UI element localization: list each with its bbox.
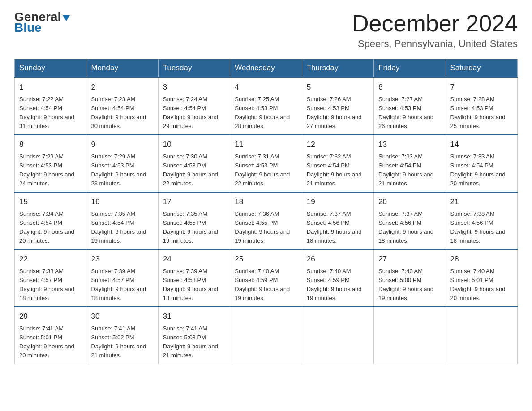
day-number: 1 [19,81,82,93]
day-number: 26 [307,253,369,265]
week-row-2: 8Sunrise: 7:29 AMSunset: 4:53 PMDaylight… [15,135,518,192]
week-row-5: 29Sunrise: 7:41 AMSunset: 5:01 PMDayligh… [15,307,518,364]
calendar-cell: 6Sunrise: 7:27 AMSunset: 4:53 PMDaylight… [374,77,446,135]
calendar-cell: 29Sunrise: 7:41 AMSunset: 5:01 PMDayligh… [15,307,86,364]
calendar-cell: 4Sunrise: 7:25 AMSunset: 4:53 PMDaylight… [230,77,302,135]
month-title: December 2024 [352,11,518,36]
day-number: 15 [19,196,82,208]
day-number: 4 [235,81,297,93]
header-row: Sunday Monday Tuesday Wednesday Thursday… [15,59,518,78]
day-info: Sunrise: 7:22 AMSunset: 4:54 PMDaylight:… [19,95,82,131]
day-number: 12 [307,139,369,150]
day-info: Sunrise: 7:37 AMSunset: 4:56 PMDaylight:… [307,210,369,246]
day-info: Sunrise: 7:41 AMSunset: 5:03 PMDaylight:… [163,324,225,360]
calendar-cell: 13Sunrise: 7:33 AMSunset: 4:54 PMDayligh… [374,135,446,192]
day-number: 5 [307,81,369,93]
day-info: Sunrise: 7:35 AMSunset: 4:55 PMDaylight:… [163,210,225,246]
week-row-1: 1Sunrise: 7:22 AMSunset: 4:54 PMDaylight… [15,77,518,135]
calendar-cell: 7Sunrise: 7:28 AMSunset: 4:53 PMDaylight… [446,77,517,135]
calendar-cell: 19Sunrise: 7:37 AMSunset: 4:56 PMDayligh… [302,192,373,249]
title-section: December 2024 Speers, Pennsylvania, Unit… [352,11,518,50]
day-number: 13 [378,139,441,150]
calendar-cell: 20Sunrise: 7:37 AMSunset: 4:56 PMDayligh… [374,192,446,249]
day-number: 14 [450,139,513,150]
logo-blue-text: Blue [14,21,42,34]
calendar-cell [230,307,302,364]
calendar-cell: 17Sunrise: 7:35 AMSunset: 4:55 PMDayligh… [158,192,230,249]
week-row-3: 15Sunrise: 7:34 AMSunset: 4:54 PMDayligh… [15,192,518,249]
col-thursday: Thursday [302,59,373,78]
day-info: Sunrise: 7:39 AMSunset: 4:57 PMDaylight:… [91,267,153,303]
day-number: 27 [378,253,441,265]
calendar-cell: 16Sunrise: 7:35 AMSunset: 4:54 PMDayligh… [86,192,158,249]
day-info: Sunrise: 7:29 AMSunset: 4:53 PMDaylight:… [19,152,82,188]
day-info: Sunrise: 7:33 AMSunset: 4:54 PMDaylight:… [378,152,441,188]
day-number: 22 [19,253,82,265]
day-info: Sunrise: 7:40 AMSunset: 5:01 PMDaylight:… [450,267,513,303]
day-info: Sunrise: 7:25 AMSunset: 4:53 PMDaylight:… [235,95,297,131]
calendar-cell: 1Sunrise: 7:22 AMSunset: 4:54 PMDaylight… [15,77,86,135]
day-info: Sunrise: 7:32 AMSunset: 4:54 PMDaylight:… [307,152,369,188]
col-wednesday: Wednesday [230,59,302,78]
location-subtitle: Speers, Pennsylvania, United States [352,38,518,50]
calendar-cell: 21Sunrise: 7:38 AMSunset: 4:56 PMDayligh… [446,192,517,249]
day-info: Sunrise: 7:41 AMSunset: 5:01 PMDaylight:… [19,324,82,360]
day-number: 24 [163,253,225,265]
calendar-cell: 27Sunrise: 7:40 AMSunset: 5:00 PMDayligh… [374,249,446,307]
day-number: 25 [235,253,297,265]
calendar-cell [374,307,446,364]
calendar-cell: 2Sunrise: 7:23 AMSunset: 4:54 PMDaylight… [86,77,158,135]
day-info: Sunrise: 7:41 AMSunset: 5:02 PMDaylight:… [91,324,153,360]
day-info: Sunrise: 7:40 AMSunset: 4:59 PMDaylight:… [307,267,369,303]
calendar-cell: 26Sunrise: 7:40 AMSunset: 4:59 PMDayligh… [302,249,373,307]
day-number: 2 [91,81,153,93]
calendar-cell: 15Sunrise: 7:34 AMSunset: 4:54 PMDayligh… [15,192,86,249]
day-number: 28 [450,253,513,265]
day-info: Sunrise: 7:35 AMSunset: 4:54 PMDaylight:… [91,210,153,246]
day-number: 10 [163,139,225,150]
col-monday: Monday [86,59,158,78]
calendar-cell: 11Sunrise: 7:31 AMSunset: 4:53 PMDayligh… [230,135,302,192]
calendar-cell [446,307,517,364]
day-info: Sunrise: 7:39 AMSunset: 4:58 PMDaylight:… [163,267,225,303]
col-sunday: Sunday [15,59,86,78]
day-info: Sunrise: 7:40 AMSunset: 5:00 PMDaylight:… [378,267,441,303]
calendar-table: Sunday Monday Tuesday Wednesday Thursday… [14,59,518,364]
page-header: General Blue December 2024 Speers, Penns… [14,11,518,50]
day-number: 16 [91,196,153,208]
col-friday: Friday [374,59,446,78]
day-number: 3 [163,81,225,93]
day-info: Sunrise: 7:30 AMSunset: 4:53 PMDaylight:… [163,152,225,188]
day-info: Sunrise: 7:37 AMSunset: 4:56 PMDaylight:… [378,210,441,246]
day-info: Sunrise: 7:31 AMSunset: 4:53 PMDaylight:… [235,152,297,188]
day-info: Sunrise: 7:26 AMSunset: 4:53 PMDaylight:… [307,95,369,131]
day-number: 20 [378,196,441,208]
day-number: 18 [235,196,297,208]
day-number: 31 [163,311,225,322]
day-info: Sunrise: 7:38 AMSunset: 4:57 PMDaylight:… [19,267,82,303]
calendar-cell: 8Sunrise: 7:29 AMSunset: 4:53 PMDaylight… [15,135,86,192]
day-number: 19 [307,196,369,208]
col-saturday: Saturday [446,59,517,78]
day-number: 9 [91,139,153,150]
calendar-cell: 5Sunrise: 7:26 AMSunset: 4:53 PMDaylight… [302,77,373,135]
day-info: Sunrise: 7:29 AMSunset: 4:53 PMDaylight:… [91,152,153,188]
calendar-cell: 25Sunrise: 7:40 AMSunset: 4:59 PMDayligh… [230,249,302,307]
calendar-cell: 10Sunrise: 7:30 AMSunset: 4:53 PMDayligh… [158,135,230,192]
calendar-cell: 3Sunrise: 7:24 AMSunset: 4:54 PMDaylight… [158,77,230,135]
week-row-4: 22Sunrise: 7:38 AMSunset: 4:57 PMDayligh… [15,249,518,307]
calendar-cell: 31Sunrise: 7:41 AMSunset: 5:03 PMDayligh… [158,307,230,364]
calendar-cell [302,307,373,364]
day-info: Sunrise: 7:28 AMSunset: 4:53 PMDaylight:… [450,95,513,131]
calendar-cell: 9Sunrise: 7:29 AMSunset: 4:53 PMDaylight… [86,135,158,192]
day-info: Sunrise: 7:23 AMSunset: 4:54 PMDaylight:… [91,95,153,131]
day-number: 6 [378,81,441,93]
day-info: Sunrise: 7:27 AMSunset: 4:53 PMDaylight:… [378,95,441,131]
calendar-cell: 14Sunrise: 7:33 AMSunset: 4:54 PMDayligh… [446,135,517,192]
calendar-cell: 18Sunrise: 7:36 AMSunset: 4:55 PMDayligh… [230,192,302,249]
col-tuesday: Tuesday [158,59,230,78]
day-info: Sunrise: 7:36 AMSunset: 4:55 PMDaylight:… [235,210,297,246]
day-info: Sunrise: 7:33 AMSunset: 4:54 PMDaylight:… [450,152,513,188]
day-info: Sunrise: 7:24 AMSunset: 4:54 PMDaylight:… [163,95,225,131]
calendar-cell: 12Sunrise: 7:32 AMSunset: 4:54 PMDayligh… [302,135,373,192]
